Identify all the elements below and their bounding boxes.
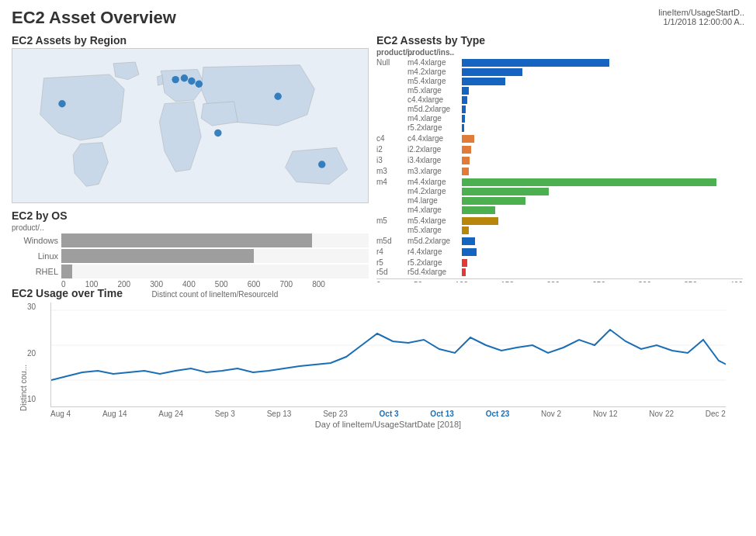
type-bar [462,178,716,186]
map-dot [58,100,65,107]
type-row-null-c44: c4.4xlarge [376,95,743,104]
os-bar-chart: Windows Linux RHEL [12,233,369,278]
type-bar [462,259,467,267]
map-section-title: EC2 Assets by Region [12,34,369,47]
type-col-headers: product/i.. product/ins.. [376,48,744,57]
type-bar [462,157,470,164]
type-bar [462,96,467,104]
type-bar [462,105,466,113]
map-dot [318,161,325,168]
usage-line-path [51,330,726,380]
type-row-null-m4x: m4.xlarge [376,114,743,123]
type-row-null-m54: m5.4xlarge [376,77,743,85]
map-dot [196,81,203,88]
type-row-null-m5d2: m5d.2xlarge [376,105,743,113]
main-container: EC2 Asset Overview lineItem/UsageStartD.… [0,0,756,536]
type-bar [462,115,465,123]
os-bar-fill-rhel [61,265,72,278]
os-bar-fill-linux [61,249,254,263]
type-bar [462,146,471,154]
usage-x-axis-title: Day of lineItem/UsageStartDate [2018] [50,420,726,429]
type-bar [462,68,522,76]
os-section-title: EC2 by OS [12,209,369,222]
usage-line-chart [50,303,726,407]
type-row-c4: c4 c4.4xlarge [376,134,743,143]
os-label-linux: Linux [12,251,58,261]
type-row-null-r52: r5.2xlarge [376,123,743,132]
left-panel: EC2 Assets by Region [12,34,369,282]
os-bar-row-windows: Windows [12,233,369,247]
map-container [12,48,369,203]
os-bar-track-rhel [61,265,369,278]
type-x-axis-line [376,278,743,279]
type-bar [462,268,466,276]
type-row-null-m5x: m5.xlarge [376,86,743,95]
usage-chart-area: 30 20 10 Aug 4 [50,303,744,429]
type-bar [462,188,549,195]
type-bar [462,135,474,143]
type-x-axis-labels: 0 50 100 150 200 250 300 350 400 [376,281,743,282]
type-row-i2: i2 i2.2xlarge [376,145,743,154]
os-bar-row-rhel: RHEL [12,265,369,278]
page-title: EC2 Asset Overview [12,8,176,28]
type-bar [462,87,469,95]
type-bar [462,227,469,234]
type-bar [462,59,609,67]
right-panel: EC2 Assests by Type product/i.. product/… [376,34,744,282]
usage-x-labels: Aug 4 Aug 14 Aug 24 Sep 3 Sep 13 Sep 23 … [50,410,726,418]
type-bar [462,197,525,205]
type-row-m5-m54: m5 m5.4xlarge [376,216,743,225]
usage-y-labels: 30 20 10 [27,303,36,403]
type-bar [462,248,477,256]
type-section-title: EC2 Assests by Type [376,34,744,47]
map-dot [181,74,188,81]
type-bar [462,168,469,175]
type-row-m4-m4x: m4.xlarge [376,206,743,214]
type-row-m4-m44: m4 m4.4xlarge [376,178,743,186]
os-bar-track-windows [61,233,369,247]
type-row-m3: m3 m3.xlarge [376,167,743,175]
type-row-null-m44: Null m4.4xlarge [376,58,743,67]
type-bar [462,217,498,225]
os-bar-track-linux [61,249,369,263]
os-bar-fill-windows [61,233,312,247]
world-map [12,49,368,202]
type-bar [462,124,464,132]
type-row-r5: r5 r5.2xlarge [376,258,743,267]
type-row-m5-m5x: m5.xlarge [376,226,743,234]
filter-info: lineItem/UsageStartD.. 1/1/2018 12:00:00… [658,8,744,26]
type-bar [462,78,505,85]
usage-chart-container: Distinct cou... 30 20 10 [19,303,744,429]
map-dot [188,78,195,85]
type-row-null-m42: m4.2xlarge [376,67,743,76]
top-row: EC2 Assets by Region [12,34,744,282]
os-section: EC2 by OS product/.. Windows Linux [12,209,369,299]
os-label-rhel: RHEL [12,267,58,276]
type-rows-container: Null m4.4xlarge m4.2xlarge m5.4xlarge [376,58,743,276]
os-bar-row-linux: Linux [12,249,369,263]
type-row-m4-m4l: m4.large [376,196,743,205]
type-row-r5d: r5d r5d.4xlarge [376,268,743,276]
usage-section: EC2 Usage over Time Distinct cou... 30 2… [12,287,744,442]
os-label-windows: Windows [12,236,58,245]
usage-section-title: EC2 Usage over Time [12,287,744,299]
os-col-header: product/.. [12,223,369,232]
type-chart-scroll[interactable]: Null m4.4xlarge m4.2xlarge m5.4xlarge [376,58,744,282]
type-row-m5d: m5d m5d.2xlarge [376,237,743,245]
map-dot [214,130,221,137]
type-bar [462,206,495,214]
map-dot [172,76,179,83]
type-row-r4: r4 r4.4xlarge [376,247,743,256]
type-bar [462,237,475,245]
type-row-i3: i3 i3.4xlarge [376,156,743,164]
type-row-m4-m42: m4.2xlarge [376,187,743,195]
map-dot [274,93,281,100]
